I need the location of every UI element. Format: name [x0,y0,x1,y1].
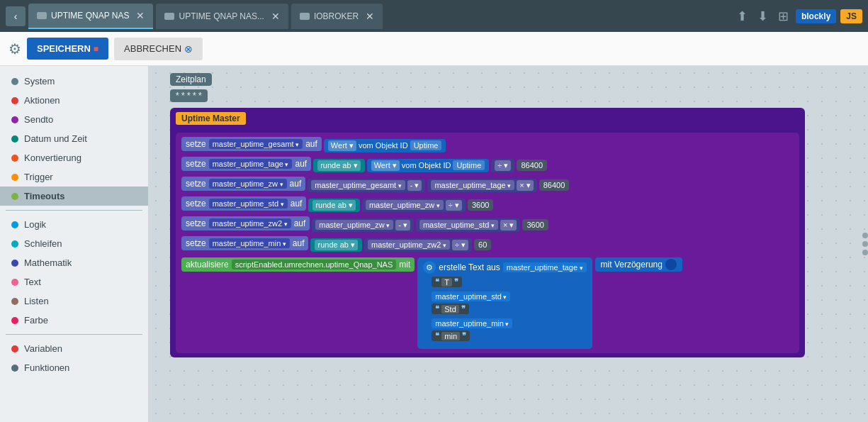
tab-iobroker[interactable]: IOBROKER ✕ [291,4,383,29]
std-var-pill[interactable]: master_uptime_std [432,291,510,301]
math-row-3-right[interactable]: master_uptime_tage × [427,179,536,192]
var-tage[interactable]: master_uptime_tage [209,159,293,169]
var-std-ref-5[interactable]: master_uptime_std [419,220,498,230]
sidebar-item-sendto[interactable]: Sendto [0,110,148,129]
quote-val-min[interactable]: min [441,332,460,340]
setze-block-1[interactable]: setze master_uptime_gesamt auf [181,137,322,151]
num-3600-4[interactable]: 3600 [468,199,493,211]
var-zw-ref-4[interactable]: master_uptime_zw [366,200,444,210]
math-row-3-left[interactable]: master_uptime_gesamt - [308,179,425,192]
import-button[interactable]: ⬇ [755,6,771,27]
div-dropdown-2[interactable]: ÷ [495,160,511,171]
num-3600-5[interactable]: 3600 [522,219,548,231]
runde-dropdown-4[interactable]: runde ab [312,200,356,211]
setze-block-5[interactable]: setze master_uptime_zw2 auf [181,216,310,231]
math-row-5-left[interactable]: master_uptime_zw - [312,218,414,232]
setze-block-2[interactable]: setze master_uptime_tage auf [181,157,311,171]
round-block-2[interactable]: runde ab [313,159,365,172]
div-dropdown-4[interactable]: ÷ [446,200,462,211]
save-button[interactable]: SPEICHERN ■ [27,38,108,60]
blockly-badge[interactable]: blockly [796,9,836,23]
js-badge[interactable]: JS [840,9,862,23]
sidebar-item-funktionen[interactable]: Funktionen [0,358,148,377]
gear-icon[interactable]: ⚙ [423,261,436,274]
min-row: master_uptime_min [432,318,586,328]
var-zw2[interactable]: master_uptime_zw2 [209,218,291,228]
min-var-pill[interactable]: master_uptime_min [432,318,512,328]
var-gesamt[interactable]: master_uptime_gesamt [209,139,303,149]
val-block-1[interactable]: Wert vom Objekt ID Uptime [324,139,446,152]
schedule-block[interactable]: Zeitplan [170,73,212,86]
back-button[interactable]: ‹ [6,6,26,26]
aktualisiere-block[interactable]: aktualisiere scriptEnabled.umrechnen.upt… [181,257,415,272]
blockly-canvas[interactable]: Zeitplan * * * * * Uptime Master setze [149,66,868,422]
stars-block[interactable]: * * * * * [170,89,208,102]
round-block-4[interactable]: runde ab [308,199,360,212]
grid-button[interactable]: ⊞ [775,6,791,27]
var-tage-ref[interactable]: master_uptime_tage [431,180,514,190]
quote-val-std[interactable]: Std [441,305,459,313]
quote-t-block[interactable]: ❝ T ❞ [432,277,462,287]
var-min[interactable]: master_uptime_min [209,238,290,248]
objid-uptime-1[interactable]: Uptime [410,140,442,150]
sidebar-item-farbe[interactable]: Farbe [0,311,148,330]
tage-var-pill[interactable]: master_uptime_tage [503,262,587,272]
script-pill[interactable]: scriptEnabled.umrechnen.uptime_Qnap_NAS [232,260,397,270]
num-86400-3[interactable]: 86400 [539,179,570,191]
minus-dropdown-5[interactable]: - [395,220,410,231]
quote-val-t[interactable]: T [441,278,452,287]
tab-uptime-qnap-1[interactable]: UPTIME QNAP NAS ✕ [28,4,153,29]
times-dropdown-5[interactable]: × [500,220,517,231]
tab-close-1[interactable]: ✕ [136,10,145,21]
var-zw[interactable]: master_uptime_zw [209,179,287,189]
tab-close-2[interactable]: ✕ [271,11,280,22]
sidebar-item-logik[interactable]: Logik [0,215,148,234]
sidebar-item-datum[interactable]: Datum und Zeit [0,129,148,148]
wert-dropdown-2[interactable]: Wert [371,160,400,171]
tab-uptime-qnap-2[interactable]: UPTIME QNAP NAS... ✕ [156,4,288,29]
num-86400-2[interactable]: 86400 [517,160,547,171]
runde-dropdown-6[interactable]: runde ab [315,240,358,250]
setze-block-4[interactable]: setze master_uptime_std auf [181,196,306,211]
aktualisiere-row: aktualisiere scriptEnabled.umrechnen.upt… [181,257,794,349]
math-block-2[interactable]: ÷ [491,159,514,172]
div-dropdown-6[interactable]: ÷ [452,240,468,250]
runde-dropdown-2[interactable]: runde ab [317,160,361,171]
round-block-6[interactable]: runde ab [310,238,362,252]
var-zw2-ref-6[interactable]: master_uptime_zw2 [368,240,450,250]
objid-uptime-2[interactable]: Uptime [453,160,485,170]
sidebar-item-aktionen[interactable]: Aktionen [0,91,148,110]
sidebar-item-trigger[interactable]: Trigger [0,167,148,187]
math-block-6[interactable]: master_uptime_zw2 ÷ [364,238,472,252]
setze-block-6[interactable]: setze master_uptime_min auf [181,236,308,250]
save-icon: ■ [94,44,98,54]
math-block-4[interactable]: master_uptime_zw ÷ [362,199,466,212]
var-gesamt-ref[interactable]: master_uptime_gesamt [311,180,405,190]
sidebar-item-variablen[interactable]: Variablen [0,339,148,358]
sidebar-item-schleifen[interactable]: Schleifen [0,234,148,253]
minus-dropdown-3[interactable]: - [407,180,422,191]
num-60-6[interactable]: 60 [474,239,491,250]
top-bar: ‹ UPTIME QNAP NAS ✕ UPTIME QNAP NAS... ✕… [0,0,868,32]
system-dot [11,78,18,85]
times-dropdown-3[interactable]: × [517,180,534,191]
wert-dropdown-1[interactable]: Wert [328,140,356,151]
delay-block[interactable]: mit Verzögerung [595,257,682,272]
sidebar-item-listen[interactable]: Listen [0,291,148,311]
sidebar-item-konvertierung[interactable]: Konvertierung [0,148,148,167]
math-row-5-right[interactable]: master_uptime_std × [416,218,521,232]
sidebar-item-system[interactable]: System [0,72,148,91]
setze-block-3[interactable]: setze master_uptime_zw auf [181,177,305,191]
quote-min-block[interactable]: ❝ min ❞ [432,331,470,341]
sidebar-item-timeouts[interactable]: Timeouts [0,187,148,206]
quote-right-1: ❞ [454,277,458,287]
export-button[interactable]: ⬆ [734,6,750,27]
quote-std-block[interactable]: ❝ Std ❞ [432,304,469,314]
var-std[interactable]: master_uptime_std [209,199,288,209]
sidebar-item-mathematik[interactable]: Mathematik [0,253,148,272]
val-block-2[interactable]: Wert vom Objekt ID Uptime [367,159,490,172]
cancel-button[interactable]: ABBRECHEN ⊗ [114,38,203,60]
var-zw-ref-5[interactable]: master_uptime_zw [315,220,393,230]
tab-close-3[interactable]: ✕ [366,11,374,22]
sidebar-item-text[interactable]: Text [0,272,148,291]
